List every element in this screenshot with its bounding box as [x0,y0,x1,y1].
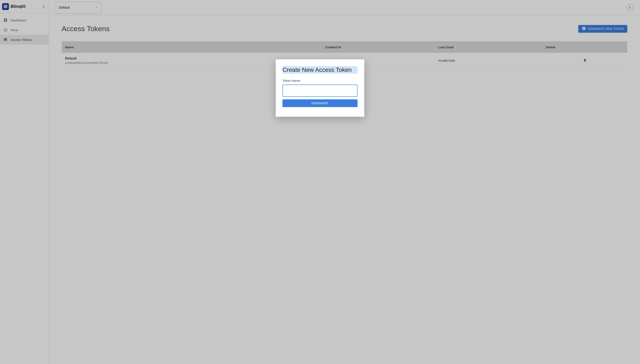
token-name-input[interactable] [282,84,358,97]
button-label: GENERATE [312,102,329,105]
modal-title: Create New Access Token [282,66,358,74]
generate-button[interactable]: GENERATE [282,99,358,107]
create-token-modal: Create New Access Token Token Name GENER… [276,59,364,117]
token-name-label: Token Name [282,79,358,82]
modal-overlay[interactable]: Create New Access Token Token Name GENER… [0,0,640,364]
